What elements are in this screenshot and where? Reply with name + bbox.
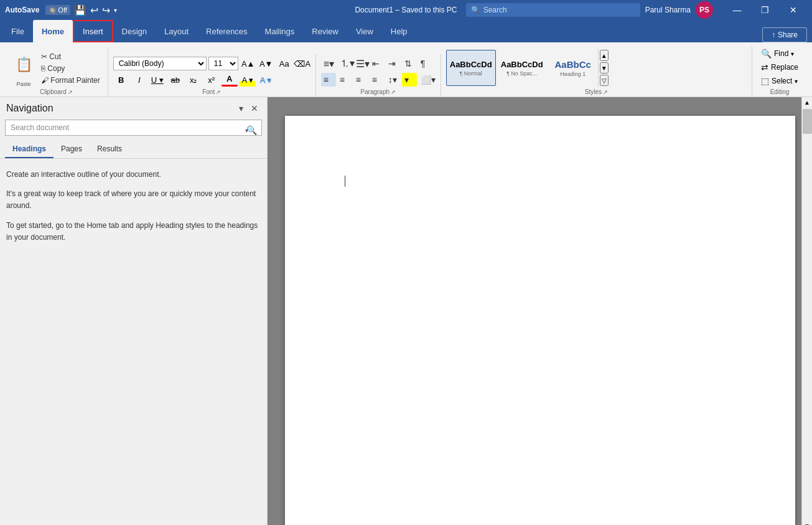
app-name-label: AutoSave <box>5 6 39 14</box>
strikethrough-button[interactable]: ab <box>167 73 184 87</box>
tab-design[interactable]: Design <box>113 20 156 42</box>
tab-insert[interactable]: Insert <box>73 20 113 42</box>
find-dropdown-icon: ▾ <box>791 50 794 57</box>
styles-label-text: Styles <box>585 88 602 95</box>
borders-button[interactable]: ⬜▾ <box>418 73 436 87</box>
style-heading1-preview: AaBbCc <box>555 59 591 70</box>
doc-scroll-area[interactable] <box>268 97 812 525</box>
align-right-button[interactable]: ≡ <box>353 73 368 87</box>
tab-layout[interactable]: Layout <box>156 20 197 42</box>
nav-pane-dropdown-button[interactable]: ▾ <box>236 102 246 115</box>
select-label: Select <box>772 77 792 85</box>
cut-button[interactable]: ✂ Cut <box>39 51 103 62</box>
style-heading1[interactable]: AaBbCc Heading 1 <box>548 50 598 86</box>
font-name-select[interactable]: Calibri (Body) <box>113 57 207 70</box>
nav-pane-close-button[interactable]: ✕ <box>248 102 261 115</box>
show-formatting-button[interactable]: ¶ <box>418 57 433 70</box>
tab-file[interactable]: File <box>2 20 33 42</box>
replace-button[interactable]: ⇄ Replace <box>757 61 802 73</box>
style-normal[interactable]: AaBbCcDd ¶ Normal <box>446 50 496 86</box>
highlight-button[interactable]: A ▾ <box>240 73 256 87</box>
copy-button[interactable]: ⎘ Copy <box>39 63 103 74</box>
italic-button[interactable]: I <box>131 73 147 87</box>
change-case-button[interactable]: Aa <box>276 57 292 70</box>
quick-access-dropdown[interactable]: ▾ <box>114 7 117 14</box>
font-expand-icon[interactable]: ↗ <box>216 89 221 95</box>
align-center-button[interactable]: ≡ <box>337 73 352 87</box>
paragraph-expand-icon[interactable]: ↗ <box>391 89 396 95</box>
doc-page[interactable] <box>285 116 795 525</box>
clear-formatting-button[interactable]: ⌫A <box>294 57 310 70</box>
shading-button[interactable]: ▾ <box>402 73 417 87</box>
bullets-button[interactable]: ≡▾ <box>321 57 336 70</box>
share-icon: ↑ <box>772 31 775 39</box>
increase-indent-button[interactable]: ⇥ <box>386 57 401 70</box>
user-avatar[interactable]: PS <box>696 1 713 19</box>
styles-scroll-up[interactable]: ▲ <box>600 50 609 61</box>
nav-tab-pages[interactable]: Pages <box>54 141 90 158</box>
vscroll-track[interactable] <box>802 108 812 521</box>
styles-expand-icon[interactable]: ↗ <box>603 89 608 95</box>
clipboard-expand-icon[interactable]: ↗ <box>68 89 73 95</box>
share-button[interactable]: ↑ Share <box>762 27 807 42</box>
format-painter-button[interactable]: 🖌 Format Painter <box>39 75 103 86</box>
nav-tab-results[interactable]: Results <box>90 141 129 158</box>
tab-references[interactable]: References <box>197 20 256 42</box>
styles-scroll-down[interactable]: ▼ <box>600 62 609 73</box>
vscroll-up-button[interactable]: ▲ <box>802 97 812 108</box>
style-no-spacing[interactable]: AaBbCcDd ¶ No Spac... <box>497 50 547 86</box>
autosave-state: Off <box>58 6 67 14</box>
tab-mailings[interactable]: Mailings <box>256 20 304 42</box>
nav-search-input[interactable] <box>5 120 262 136</box>
autosave-toggle[interactable]: 🔘 Off <box>45 5 70 15</box>
tab-help[interactable]: Help <box>382 20 416 42</box>
restore-button[interactable]: ❐ <box>751 0 779 20</box>
style-no-spacing-label: ¶ No Spac... <box>506 70 537 77</box>
align-left-button[interactable]: ≡ <box>321 73 336 87</box>
select-button[interactable]: ⬚ Select ▾ <box>757 75 801 87</box>
title-search-input[interactable] <box>466 3 640 17</box>
underline-button[interactable]: U ▾ <box>149 73 166 87</box>
justify-button[interactable]: ≡ <box>370 73 385 87</box>
minimize-button[interactable]: — <box>723 0 751 20</box>
nav-search-dropdown-icon[interactable]: ▾ <box>245 127 248 134</box>
find-icon: 🔍 <box>761 49 772 59</box>
find-button[interactable]: 🔍 Find ▾ <box>757 47 798 60</box>
font-size-select[interactable]: 11 <box>208 57 238 70</box>
line-spacing-button[interactable]: ↕▾ <box>386 73 401 87</box>
select-icon: ⬚ <box>761 76 769 86</box>
nav-pane-title: Navigation <box>6 103 54 114</box>
redo-button[interactable]: ↪ <box>102 4 110 16</box>
superscript-button[interactable]: x² <box>203 73 220 87</box>
ribbon-group-clipboard: 📋 Paste ✂ Cut ⎘ Copy 🖌 Format Painter Cl… <box>5 47 108 97</box>
decrease-font-button[interactable]: A▼ <box>258 57 274 70</box>
font-color-button[interactable]: A <box>222 73 238 87</box>
numbering-button[interactable]: ⒈▾ <box>337 57 352 70</box>
nav-pane-header: Navigation ▾ ✕ <box>0 97 267 120</box>
increase-font-button[interactable]: A▲ <box>240 57 256 70</box>
tab-review[interactable]: Review <box>303 20 347 42</box>
close-button[interactable]: ✕ <box>779 0 807 20</box>
vscroll-down-button[interactable]: ▼ <box>802 521 812 525</box>
undo-button[interactable]: ↩ <box>90 4 98 16</box>
bold-button[interactable]: B <box>113 73 129 87</box>
vscroll-thumb[interactable] <box>803 109 812 134</box>
text-effects-button[interactable]: A ▾ <box>258 73 274 87</box>
save-button[interactable]: 💾 <box>74 4 86 16</box>
sort-button[interactable]: ⇅ <box>402 57 417 70</box>
styles-expand[interactable]: ▽ <box>600 75 609 86</box>
tab-home[interactable]: Home <box>33 20 73 42</box>
nav-search-wrapper: 🔍 ▾ <box>0 120 267 141</box>
multilevel-list-button[interactable]: ☰▾ <box>353 57 368 70</box>
paste-button[interactable]: 📋 <box>10 50 37 80</box>
paste-label: Paste <box>16 81 30 87</box>
font-name-row: Calibri (Body) 11 A▲ A▼ Aa ⌫A <box>113 57 310 70</box>
tab-view[interactable]: View <box>347 20 382 42</box>
styles-group-label: Styles ↗ <box>585 87 608 97</box>
style-heading1-label: Heading 1 <box>560 71 586 77</box>
para-row-2: ≡ ≡ ≡ ≡ ↕▾ ▾ ⬜▾ <box>321 73 436 87</box>
nav-tab-headings[interactable]: Headings <box>5 141 54 158</box>
decrease-indent-button[interactable]: ⇤ <box>370 57 385 70</box>
title-bar: AutoSave 🔘 Off 💾 ↩ ↪ ▾ Document1 – Saved… <box>0 0 812 20</box>
subscript-button[interactable]: x₂ <box>185 73 202 87</box>
